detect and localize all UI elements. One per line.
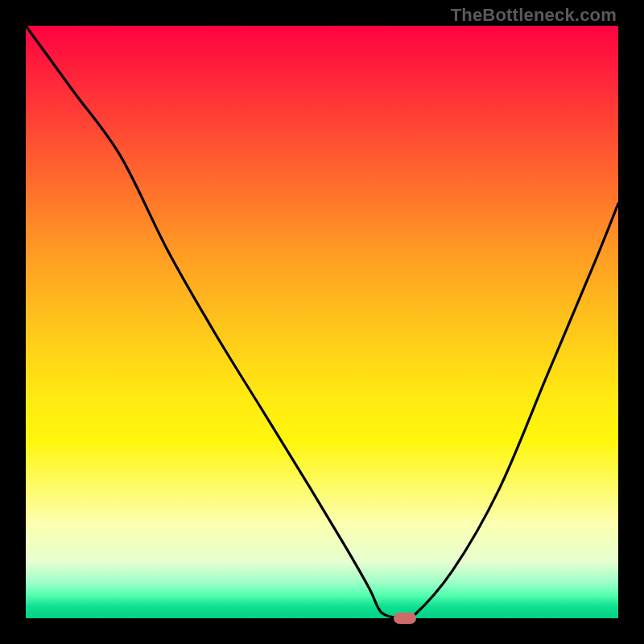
watermark-text: TheBottleneck.com <box>451 5 617 26</box>
minimum-marker <box>394 613 416 624</box>
bottleneck-curve <box>26 26 618 618</box>
chart-frame: TheBottleneck.com <box>0 0 644 644</box>
curve-path <box>26 26 618 622</box>
